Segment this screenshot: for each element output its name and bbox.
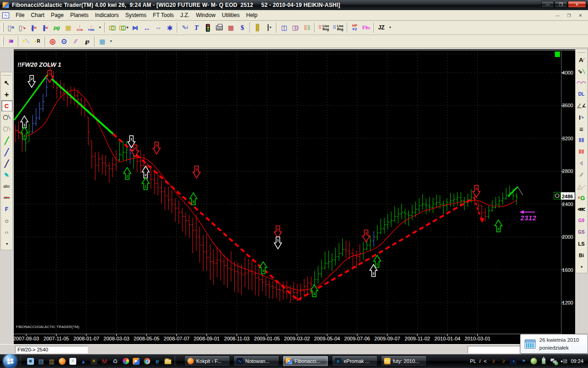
menu-item-chart[interactable]: Chart bbox=[28, 11, 47, 20]
maximize-button[interactable]: ❐ bbox=[554, 1, 567, 8]
firefox-icon[interactable] bbox=[58, 357, 66, 365]
bars-volume-icon[interactable]: ∦v bbox=[40, 22, 51, 34]
color-wheel-icon[interactable] bbox=[122, 357, 130, 365]
chart-document-icon[interactable]: ∿ bbox=[2, 12, 9, 18]
menu-item-planets[interactable]: Planets bbox=[67, 11, 92, 20]
symbol-select-icon[interactable]: ↓SYM bbox=[74, 22, 85, 34]
task-kokpit[interactable]: Kokpit ‹ F... bbox=[184, 356, 230, 367]
new-page-icon[interactable]: ▯N bbox=[5, 22, 17, 34]
traffic-light-icon[interactable] bbox=[202, 22, 214, 34]
menu-item-ft-tools[interactable]: FT Tools bbox=[150, 11, 177, 20]
menu-item-file[interactable]: File bbox=[12, 11, 28, 20]
trendline-downtrend-solid[interactable] bbox=[47, 75, 113, 134]
toolbar-handle[interactable] bbox=[3, 74, 11, 75]
g9-tool-icon[interactable]: G9 bbox=[576, 215, 587, 226]
language-indicator[interactable]: PL bbox=[470, 358, 476, 364]
b-app-icon[interactable]: B bbox=[90, 357, 98, 365]
measure-ruler-icon[interactable] bbox=[252, 22, 263, 34]
open-page-icon[interactable]: ▯↘ bbox=[17, 22, 28, 34]
planet-clock-icon[interactable]: ⊙ bbox=[58, 35, 70, 47]
tray-clock-time[interactable]: 09:24 bbox=[571, 358, 583, 364]
minichart-boxes-icon[interactable]: ▪⁞ bbox=[576, 158, 587, 169]
dollar-quotes-icon[interactable]: $ bbox=[237, 22, 248, 34]
price-chart[interactable]: 400036003200280024002000160012002007-09-… bbox=[14, 49, 575, 344]
expand-scale-icon[interactable]: ⇔ bbox=[153, 22, 164, 34]
circle-tool-icon[interactable]: ○ bbox=[1, 215, 12, 226]
calendar-date-icon[interactable]: ▦ bbox=[225, 22, 237, 34]
grid-panel-icon[interactable]: ▦ bbox=[96, 35, 108, 47]
java-app-icon[interactable]: J bbox=[490, 358, 497, 365]
taskbar-grip[interactable] bbox=[174, 356, 177, 366]
quote-window-icon[interactable]: ▦ bbox=[62, 22, 74, 34]
minimize-button[interactable]: — bbox=[541, 1, 554, 8]
start-button[interactable] bbox=[3, 354, 17, 368]
menu-item-indicators[interactable]: Indicators bbox=[92, 11, 122, 20]
ie-icon[interactable]: e bbox=[153, 357, 161, 365]
power-battery-icon[interactable] bbox=[540, 358, 547, 365]
candle-style-icon[interactable]: ⎮▾ bbox=[263, 22, 275, 34]
flag-icon[interactable]: ⚑ bbox=[520, 358, 527, 365]
task-notowania[interactable]: ∿Notowan... bbox=[233, 356, 279, 367]
toolbar-handle[interactable] bbox=[2, 23, 4, 32]
triangle-dots-icon[interactable]: △⋰ bbox=[576, 181, 587, 192]
pitchfork-icon[interactable]: ⇘╲ bbox=[576, 66, 587, 77]
jz-dropdown-icon[interactable]: ▾ bbox=[387, 22, 393, 34]
network-icon[interactable] bbox=[550, 358, 557, 365]
text-abc-icon[interactable]: abc bbox=[1, 181, 12, 192]
chrome-icon[interactable] bbox=[143, 357, 151, 365]
ibeam-lines-icon[interactable]: I↘ bbox=[576, 112, 587, 123]
media-player-icon[interactable]: ▶ bbox=[132, 357, 140, 365]
menu-item-j-z-[interactable]: J.Z. bbox=[177, 11, 192, 20]
crosshair-icon[interactable]: + bbox=[1, 89, 12, 100]
show-desktop-icon[interactable]: ▣ bbox=[27, 357, 34, 365]
jz-icon[interactable]: JZ bbox=[376, 22, 387, 34]
bars-intraday-icon[interactable]: ∦n bbox=[28, 22, 40, 34]
mdi-restore-button[interactable]: ❐ bbox=[564, 12, 574, 19]
vlines-red-icon[interactable]: ‖‖ bbox=[576, 146, 587, 157]
explorer-icon[interactable]: ▤ bbox=[37, 357, 45, 365]
menu-item-utilities[interactable]: Utilities bbox=[219, 11, 243, 20]
parallel-lines-icon[interactable]: ∕∕ bbox=[576, 169, 587, 180]
menu-item-window[interactable]: Window bbox=[192, 11, 219, 20]
snap-star-icon[interactable]: ∗ bbox=[164, 22, 175, 34]
tile-windows-icon[interactable]: ◫ bbox=[278, 22, 290, 34]
scheduler-clock-icon[interactable] bbox=[530, 358, 537, 365]
delete-text-icon[interactable]: abc bbox=[1, 192, 12, 203]
gann-angle-a-icon[interactable]: A∕ bbox=[576, 54, 587, 65]
menu-item-help[interactable]: Help bbox=[243, 11, 261, 20]
planet-p-icon[interactable]: ℘ bbox=[81, 35, 93, 47]
print-icon[interactable] bbox=[214, 22, 225, 34]
pointer-note-icon[interactable]: ✎i bbox=[179, 22, 191, 34]
trendline-blue-icon[interactable]: ╱ bbox=[1, 146, 12, 157]
task-fibonacci[interactable]: ✶Fibonacci... bbox=[283, 356, 328, 367]
title-bar[interactable]: Fibonacci/Galactic Trader(TM) 4.00 kwi 2… bbox=[0, 0, 588, 10]
grid-dropdown-icon[interactable]: ▾ bbox=[108, 35, 114, 47]
trendline-navy-icon[interactable]: ╱ bbox=[1, 158, 12, 169]
taskbar-grip[interactable] bbox=[19, 356, 22, 366]
task-epromak[interactable]: eePromak ... bbox=[332, 356, 378, 367]
live-range-blue-icon[interactable]: ⠿Live Rng bbox=[331, 22, 345, 34]
trendline-recent-down-leg[interactable] bbox=[518, 187, 523, 195]
zoom-locked-icon[interactable]: ◯╲ bbox=[1, 123, 12, 134]
dots-grid-icon[interactable]: ⣿⣿ bbox=[301, 22, 313, 34]
select-cursor-icon[interactable]: ↖ bbox=[1, 77, 12, 88]
magnet-snap-icon[interactable]: C bbox=[1, 100, 12, 111]
bar-width-icon[interactable]: ↔ bbox=[141, 22, 153, 34]
bi-tool-icon[interactable]: Bi bbox=[576, 250, 587, 261]
cascade-windows-icon[interactable]: ▢▢ bbox=[107, 22, 118, 34]
compress-scale-icon[interactable]: ⋈ bbox=[130, 22, 141, 34]
toolbar-handle[interactable] bbox=[2, 37, 4, 46]
dl-tool-icon[interactable]: DL bbox=[576, 89, 587, 100]
planet-dots-icon[interactable]: ●⋱ bbox=[20, 35, 32, 47]
menu-item-page[interactable]: Page bbox=[48, 11, 67, 20]
trendline-uptrend-projection[interactable] bbox=[298, 198, 474, 300]
gs-tool-icon[interactable]: GS bbox=[576, 227, 587, 238]
tray-info-icon[interactable]: i bbox=[480, 358, 481, 364]
fan-lines-icon[interactable]: ⋘ bbox=[576, 204, 587, 215]
vlines-blue-icon[interactable]: ‖‖ bbox=[576, 135, 587, 146]
trendline-green-icon[interactable]: ╱ bbox=[1, 135, 12, 146]
gann-grid-icon[interactable]: ≡G bbox=[576, 192, 587, 203]
messenger-icon[interactable]: ▴ bbox=[79, 357, 87, 365]
pencil-draw-icon[interactable]: ✎ bbox=[1, 169, 12, 180]
arcs-fan-icon[interactable]: ◠◠ bbox=[576, 77, 587, 88]
